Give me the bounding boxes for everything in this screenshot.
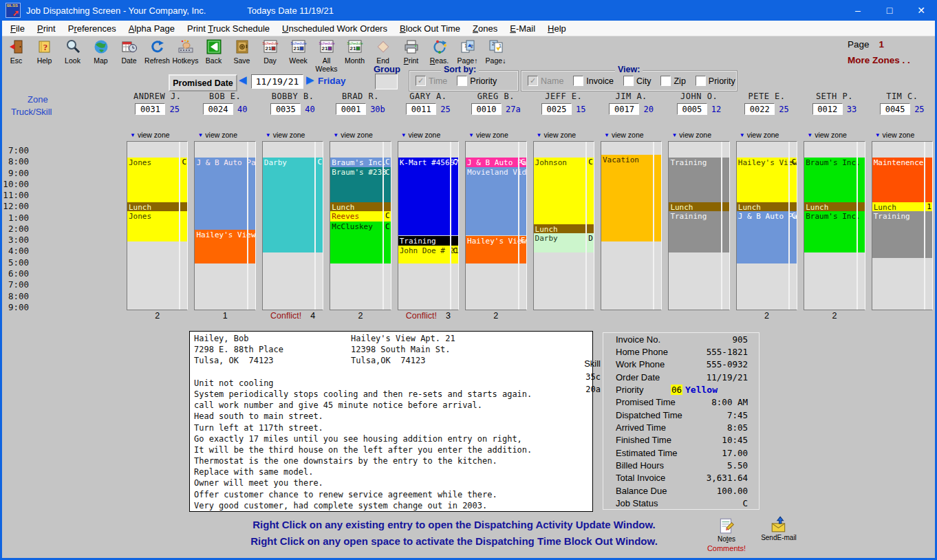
toolbar-button-week[interactable]: Schedule 21 Week: [284, 36, 312, 65]
toolbar-button-refresh[interactable]: Refresh: [143, 36, 171, 65]
schedule-block[interactable]: Hailey's View: [466, 236, 526, 264]
toolbar-button-end[interactable]: End: [369, 36, 397, 65]
schedule-block[interactable]: Braum's #233: [330, 167, 390, 202]
truck-number-field[interactable]: 0012: [812, 103, 843, 115]
promised-date-field[interactable]: 11/19/21: [251, 74, 303, 89]
promised-date-button[interactable]: Promised Date: [169, 74, 237, 91]
next-day-arrow[interactable]: ▶: [306, 74, 314, 86]
truck-number-field[interactable]: 0022: [744, 103, 775, 115]
view-zone-dropdown[interactable]: ▼view zone: [330, 131, 391, 140]
schedule-block[interactable]: Lunch: [534, 224, 594, 233]
send-email-button[interactable]: SendE-mail: [761, 515, 797, 541]
truck-number-field[interactable]: 0010: [471, 103, 502, 115]
schedule-block[interactable]: J & B Auto Pa: [737, 211, 797, 264]
schedule-block[interactable]: Reeves: [330, 211, 390, 222]
schedule-column[interactable]: CJohnsonLunchDDarby: [533, 141, 594, 310]
view-zone-dropdown[interactable]: ▼view zone: [127, 131, 188, 140]
truck-number-field[interactable]: 0031: [135, 103, 165, 115]
schedule-column[interactable]: TrainingLunchTraining: [668, 141, 729, 310]
minimize-button[interactable]: –: [842, 0, 874, 21]
truck-number-field[interactable]: 0011: [406, 103, 436, 115]
schedule-block[interactable]: Jones: [127, 211, 187, 241]
toolbar-button-map[interactable]: Map: [87, 36, 115, 65]
toolbar-button-back[interactable]: Back: [200, 36, 228, 65]
schedule-block[interactable]: Hailey's View: [195, 230, 255, 263]
schedule-block[interactable]: Jones: [127, 158, 187, 202]
schedule-column[interactable]: J & B Auto PaHailey's View: [194, 141, 255, 310]
schedule-column[interactable]: CJ & B Auto PaMovieland VidFHailey's Vie…: [465, 141, 526, 310]
schedule-column[interactable]: Maintenence1LunchTraining: [872, 141, 933, 310]
view-zone-dropdown[interactable]: ▼view zone: [668, 131, 729, 140]
schedule-block[interactable]: Training: [669, 158, 729, 202]
schedule-block[interactable]: Lunch: [330, 202, 390, 211]
schedule-column[interactable]: CK-Mart #45667TrainingCJohn Doe # 21: [398, 141, 459, 310]
view-zone-dropdown[interactable]: ▼view zone: [736, 131, 797, 140]
schedule-column[interactable]: CDarby: [262, 141, 323, 310]
schedule-block[interactable]: Braum's Inc.: [804, 211, 864, 252]
view-zone-dropdown[interactable]: ▼view zone: [398, 131, 459, 140]
toolbar-button-help[interactable]: ?Help: [30, 36, 58, 65]
toolbar-button-esc[interactable]: Esc: [2, 36, 30, 65]
truck-number-field[interactable]: 0017: [609, 103, 639, 115]
schedule-block[interactable]: Training: [872, 211, 932, 258]
schedule-block[interactable]: Hailey's View: [737, 158, 797, 202]
schedule-column[interactable]: Braum's Inc.LunchBraum's Inc.: [804, 141, 865, 310]
menu-item-print[interactable]: Print: [31, 22, 62, 35]
toolbar-button-reas[interactable]: Reas.: [425, 36, 453, 65]
view-zone-dropdown[interactable]: ▼view zone: [872, 131, 933, 140]
schedule-block[interactable]: Lunch: [737, 202, 797, 211]
truck-number-field[interactable]: 0025: [541, 103, 572, 115]
toolbar-button-save[interactable]: Save: [228, 36, 256, 65]
view-checkbox-zip[interactable]: [660, 76, 671, 86]
schedule-block[interactable]: Johnson: [534, 158, 594, 225]
view-zone-dropdown[interactable]: ▼view zone: [262, 131, 323, 140]
view-zone-dropdown[interactable]: ▼view zone: [533, 131, 594, 140]
schedule-block[interactable]: Lunch: [669, 202, 729, 211]
toolbar-button-allweeks[interactable]: Schedule 21 All Weeks: [312, 36, 341, 73]
toolbar-button-look[interactable]: Look: [58, 36, 87, 65]
sort-checkbox-priority[interactable]: [457, 76, 467, 86]
toolbar-button-day[interactable]: Schedule 21 Day: [256, 36, 284, 65]
view-checkbox-name[interactable]: ✓: [528, 76, 538, 86]
schedule-block[interactable]: John Doe # 21: [398, 246, 458, 263]
toolbar-button-month[interactable]: Schedule 21 Month: [341, 36, 369, 65]
notes-button[interactable]: Notes: [713, 516, 740, 543]
menu-item-print-truck-schedule[interactable]: Print Truck Schedule: [181, 22, 276, 35]
menu-item-e-mail[interactable]: E-Mail: [504, 22, 541, 35]
toolbar-button-date[interactable]: Date: [115, 36, 143, 65]
schedule-block[interactable]: Maintenence: [872, 158, 932, 202]
view-checkbox-city[interactable]: [623, 76, 634, 86]
maximize-button[interactable]: □: [874, 0, 905, 21]
truck-number-field[interactable]: 0045: [880, 103, 910, 115]
view-zone-dropdown[interactable]: ▼view zone: [194, 131, 255, 140]
truck-number-field[interactable]: 0005: [677, 103, 707, 115]
schedule-column[interactable]: CHailey's ViewLunchCJ & B Auto Pa: [736, 141, 797, 310]
truck-number-field[interactable]: 0024: [203, 103, 233, 115]
schedule-block[interactable]: Vacation: [601, 155, 661, 241]
schedule-block[interactable]: Lunch: [872, 202, 932, 211]
toolbar-button-page[interactable]: 12Page↑: [453, 36, 482, 65]
schedule-block[interactable]: McCluskey: [330, 222, 390, 263]
menu-item-zones[interactable]: Zones: [466, 22, 504, 35]
truck-number-field[interactable]: 0035: [270, 103, 301, 115]
schedule-block[interactable]: J & B Auto Pa: [466, 158, 526, 168]
menu-item-alpha-page[interactable]: Alpha Page: [122, 22, 181, 35]
toolbar-button-print[interactable]: Print: [397, 36, 425, 65]
menu-item-file[interactable]: File: [4, 22, 31, 35]
schedule-block[interactable]: Braum's Inc.: [804, 158, 864, 202]
schedule-block[interactable]: Movieland Vid: [466, 167, 526, 235]
view-checkbox-invoice[interactable]: [573, 76, 583, 86]
menu-item-unscheduled-work-orders[interactable]: Unscheduled Work Orders: [276, 22, 394, 35]
toolbar-button-page[interactable]: 21Page↓: [482, 36, 510, 65]
schedule-block[interactable]: J & B Auto Pa: [195, 158, 255, 230]
schedule-block[interactable]: Lunch: [804, 202, 864, 211]
view-zone-dropdown[interactable]: ▼view zone: [465, 131, 526, 140]
schedule-block[interactable]: Braum's Inc.: [330, 158, 390, 168]
schedule-block[interactable]: Training: [669, 211, 729, 252]
truck-number-field[interactable]: 0001: [336, 103, 366, 115]
menu-item-help[interactable]: Help: [541, 22, 572, 35]
close-button[interactable]: ✕: [905, 0, 937, 21]
sort-checkbox-time[interactable]: ✓: [416, 76, 426, 86]
view-zone-dropdown[interactable]: ▼view zone: [804, 131, 865, 140]
schedule-column[interactable]: Vacation: [601, 141, 662, 310]
